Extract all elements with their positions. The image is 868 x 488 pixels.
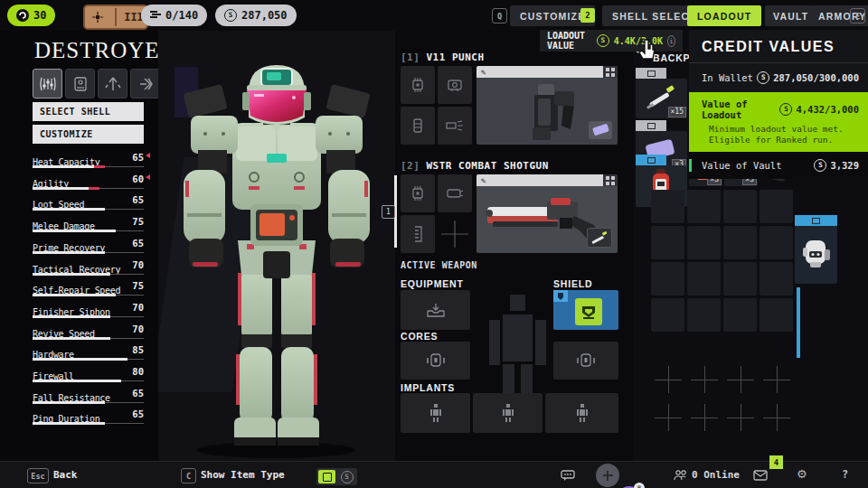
tier-pill: III (83, 5, 148, 30)
backpack-empty-slot[interactable] (651, 298, 684, 332)
attachment-slot-chip[interactable] (401, 66, 435, 104)
list-icon (150, 11, 161, 20)
attachment-slot-chip-2[interactable] (401, 174, 435, 212)
show-item-type-toggle[interactable]: Show Item Type (201, 469, 285, 481)
stats-tab-button[interactable] (33, 69, 62, 99)
stat-debuff-marker (146, 174, 150, 180)
stat-row: Firewall 80 (33, 366, 144, 387)
backpack-item-stim-pen[interactable]: ×15 (636, 79, 687, 118)
stat-row: Agility 60 (33, 174, 144, 194)
attachment-slot-sight[interactable] (438, 66, 472, 104)
back-button[interactable]: Back (53, 469, 78, 481)
attachment-slot-magazine-2[interactable] (438, 174, 472, 212)
credit-icon (224, 9, 237, 22)
edit-strip (476, 174, 603, 186)
cores-label: CORES (401, 331, 438, 342)
upgrade-button[interactable] (98, 69, 127, 99)
implant-slot-2[interactable] (473, 393, 542, 433)
stat-bar (33, 294, 116, 296)
customize-badge: 2 (580, 8, 595, 23)
implant-slot-3[interactable] (545, 393, 618, 433)
grid-icon (603, 66, 618, 78)
stat-bar (33, 380, 121, 382)
backpack-empty-slot[interactable] (723, 226, 757, 259)
pen-item-icon (588, 229, 609, 245)
stat-row: Finisher Siphon 70 (33, 302, 144, 323)
avatar-badge-icon: ♛ (634, 483, 645, 488)
customize-shell-button[interactable]: CUSTOMIZE (33, 125, 144, 144)
implant-slot-1[interactable] (401, 393, 470, 433)
shield-slot[interactable] (553, 290, 618, 330)
primary-weapon-preview[interactable] (476, 66, 618, 145)
core-slot-1[interactable] (401, 342, 470, 380)
stat-value: 80 (132, 366, 144, 377)
online-count: 0 Online (692, 469, 740, 481)
equipment-label: EQUIPMENT (401, 278, 464, 289)
help-button[interactable]: ? (842, 468, 848, 481)
attachment-slot-stock[interactable] (401, 215, 435, 253)
skip-button[interactable] (130, 69, 160, 99)
expansion-slot (727, 404, 754, 431)
info-icon[interactable] (667, 35, 675, 47)
active-weapon-label: ACTIVE WEAPON (401, 260, 477, 270)
key-hint-e: E (850, 8, 865, 23)
credit-icon (597, 34, 609, 47)
backpack-empty-slot[interactable] (723, 190, 757, 223)
tier-dot-icon (85, 8, 110, 26)
backpack-empty-slot[interactable] (723, 298, 757, 332)
settings-gear-icon[interactable]: ⚙ (797, 467, 807, 481)
backpack-empty-slot[interactable] (723, 262, 757, 296)
secondary-weapon-preview[interactable] (476, 174, 618, 253)
backpack-empty-slot[interactable] (651, 190, 684, 223)
body-silhouette-arm (489, 320, 500, 365)
tab-vault[interactable]: VAULT (765, 5, 816, 26)
wallet-pill: 287,050 (215, 5, 297, 26)
backpack-empty-slot[interactable] (687, 190, 721, 223)
weapon-skin-item[interactable] (589, 121, 612, 139)
backpack-empty-slot[interactable] (760, 298, 793, 332)
backpack-empty-slot[interactable] (687, 226, 721, 259)
chat-icon[interactable] (561, 470, 575, 481)
backpack-empty-slot[interactable] (651, 262, 684, 296)
muzzle-icon (445, 119, 465, 132)
backpack-item-robot-head[interactable] (795, 226, 837, 284)
attachment-slot-empty[interactable] (438, 215, 472, 253)
backpack-empty-slot[interactable] (651, 226, 684, 259)
expansion-slot (763, 366, 790, 393)
backpack-empty-slot[interactable] (760, 262, 793, 296)
backpack-empty-slot[interactable] (687, 298, 721, 332)
backpack-empty-slot[interactable] (687, 262, 721, 296)
tab-loadout[interactable]: LOADOUT (687, 5, 761, 26)
mail-icon[interactable] (753, 470, 768, 481)
marker-item-icon (592, 124, 609, 136)
credit-filter-chip[interactable] (338, 470, 355, 483)
stat-row: Tactical Recovery 70 (33, 259, 144, 280)
backpack-empty-slot[interactable] (760, 190, 793, 223)
active-weapon-badge: 1 (382, 205, 395, 219)
attachment-slot-magazine[interactable] (401, 107, 435, 145)
character-viewport[interactable] (158, 31, 395, 461)
attachment-slot-muzzle[interactable] (438, 107, 472, 145)
item-type-on-chip[interactable] (318, 470, 335, 483)
backpack-scrollbar[interactable] (797, 287, 800, 358)
equipment-slot[interactable] (401, 290, 470, 330)
credit-icon (757, 71, 769, 84)
body-silhouette-head (510, 295, 525, 311)
item-type-chips[interactable] (316, 468, 357, 485)
shell-card-button[interactable] (65, 69, 95, 99)
core-slot-2[interactable] (553, 342, 618, 380)
double-chevron-icon (138, 78, 153, 90)
credit-icon (814, 159, 826, 172)
backpack-empty-slot[interactable] (760, 226, 793, 259)
shield-item[interactable] (575, 298, 602, 325)
select-shell-button[interactable]: SELECT SHELL (33, 102, 144, 121)
item-count: ×15 (668, 107, 686, 117)
add-party-member-button[interactable] (596, 464, 619, 487)
weapon-charm-item[interactable] (587, 228, 612, 248)
stat-value: 70 (132, 324, 144, 334)
in-wallet-label: In Wallet (702, 72, 753, 83)
mail-badge: 4 (769, 455, 783, 469)
horizontal-magazine-icon (445, 187, 465, 200)
plus-icon (439, 219, 470, 249)
stat-bar (33, 187, 89, 190)
